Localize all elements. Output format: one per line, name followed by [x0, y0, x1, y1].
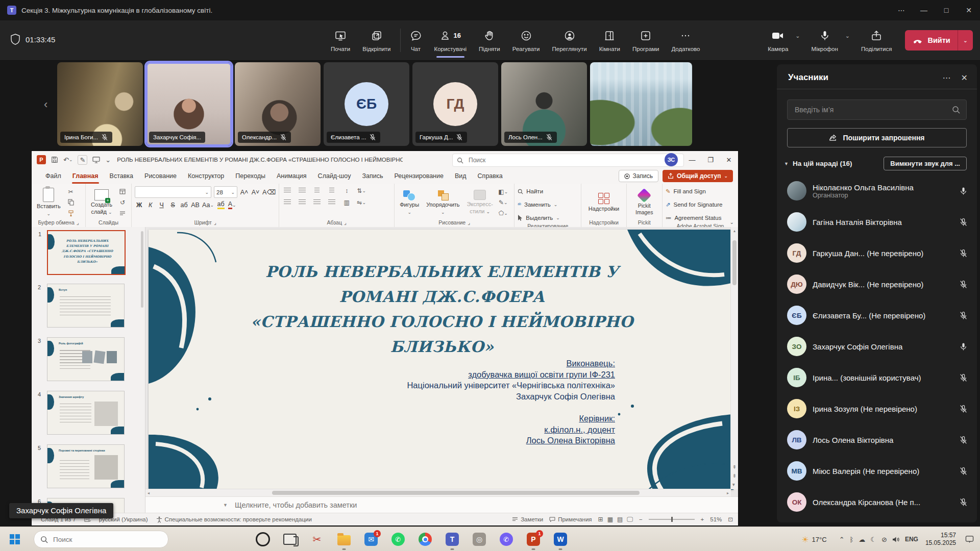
avatar-tile[interactable]: ГД Гаркуша Д...	[412, 62, 498, 146]
maximize-button[interactable]: □	[935, 6, 958, 14]
weather-widget[interactable]: ☀17°C	[801, 535, 826, 544]
copilot-icon[interactable]	[255, 532, 271, 547]
video-tile-camera-view[interactable]	[590, 62, 692, 146]
share-invite-button[interactable]: Поширити запрошення	[787, 128, 967, 147]
blocked-icon[interactable]: ⊘	[881, 536, 887, 543]
apps-button[interactable]: Програми	[626, 20, 665, 60]
char-spacing-icon[interactable]: АВ	[191, 200, 200, 210]
minimize-button[interactable]: —	[913, 6, 935, 14]
notes-collapse-icon[interactable]: ▼	[223, 503, 228, 508]
justify-icon[interactable]	[327, 198, 337, 207]
titlebar-more-button[interactable]: ⋯	[890, 6, 913, 14]
slide-canvas[interactable]: РОЛЬ НЕВЕРБАЛЬНИХ ЕЛЕМЕНТІВ У РОМАНІ ДЖ.…	[149, 230, 733, 490]
search-input[interactable]	[468, 156, 679, 164]
slide-title[interactable]: РОЛЬ НЕВЕРБАЛЬНИХ ЕЛЕМЕНТІВ У РОМАНІ ДЖ.…	[235, 259, 649, 359]
zoom-in-button[interactable]: +	[701, 516, 704, 522]
text-shadow-icon[interactable]: аб	[180, 200, 188, 210]
increase-indent-icon[interactable]	[327, 186, 337, 195]
dialog-launcher-icon[interactable]: ⌟	[344, 219, 347, 226]
undo-icon[interactable]: ↶⌄	[63, 156, 72, 164]
close-button[interactable]: ✕	[958, 6, 980, 14]
comments-toggle[interactable]: Примечания	[549, 516, 592, 522]
powerpoint-search[interactable]	[452, 154, 684, 167]
text-direction-icon[interactable]: ⇅⌄	[356, 186, 366, 195]
addins-button[interactable]: Надстройки	[589, 206, 619, 212]
strikethrough-button[interactable]: S	[168, 200, 177, 210]
microphone-button[interactable]: Мікрофон	[805, 29, 844, 52]
pp-minimize-button[interactable]: —	[683, 151, 701, 168]
camera-button[interactable]: Камера	[762, 29, 794, 52]
vertical-scrollbar[interactable]: ▴ ⇞⇟▾	[730, 227, 738, 489]
section-icon[interactable]	[117, 209, 128, 218]
shapes-button[interactable]: Фигуры⌄	[398, 186, 421, 218]
video-tile[interactable]: Ірина Боги...	[57, 62, 143, 146]
video-tile[interactable]: Олександр...	[235, 62, 321, 146]
notes-toggle[interactable]: Заметки	[512, 516, 543, 522]
share-button[interactable]: Поділитися	[855, 29, 898, 52]
taskbar-search[interactable]	[34, 531, 168, 548]
align-left-icon[interactable]	[282, 198, 292, 207]
mic-status-icon[interactable]	[959, 436, 968, 444]
participant-row[interactable]: МВ Міюс Валерія (Не перевірено)	[787, 459, 970, 483]
ribbon-tab[interactable]: Вставка	[104, 168, 139, 184]
italic-button[interactable]: К	[146, 200, 155, 210]
rooms-button[interactable]: Кімнати	[593, 20, 626, 60]
dialog-launcher-icon[interactable]: ⌟	[77, 219, 79, 226]
ribbon-tab[interactable]: Конструктор	[182, 168, 230, 184]
present-display-icon[interactable]	[92, 157, 100, 163]
find-button[interactable]: Найти	[518, 186, 578, 196]
ribbon-tab[interactable]: Вид	[449, 168, 472, 184]
panel-more-icon[interactable]: ⋯	[943, 73, 951, 83]
slideshow-button[interactable]: 🖵	[627, 516, 633, 523]
unpin-button[interactable]: Відкріпити	[356, 20, 397, 60]
mic-status-icon[interactable]	[959, 342, 968, 351]
reset-icon[interactable]: ↺	[117, 198, 128, 207]
zoom-slider[interactable]	[649, 519, 695, 520]
participant-row[interactable]: Гагіна Наталія Вікторівна	[787, 210, 970, 234]
language-indicator[interactable]: ENG	[905, 536, 918, 543]
night-light-icon[interactable]: ☾	[870, 536, 876, 543]
slide-sorter-view-button[interactable]: ▦	[607, 516, 613, 523]
view-button[interactable]: Переглянути	[546, 20, 593, 60]
shape-effects-icon[interactable]: ⬠⌄	[498, 209, 508, 218]
task-view-icon[interactable]	[282, 532, 298, 547]
chrome-icon[interactable]	[418, 532, 433, 547]
mic-status-icon[interactable]	[959, 249, 968, 258]
clear-format-icon[interactable]: А⌫	[262, 187, 276, 197]
fill-and-sign-button[interactable]: ✎Fill and Sign	[666, 186, 735, 196]
zoom-out-button[interactable]: −	[639, 516, 643, 522]
decrease-font-icon[interactable]: А˅	[251, 187, 260, 197]
ribbon-tab[interactable]: Слайд-шоу	[312, 168, 357, 184]
viber-icon[interactable]: ✆	[499, 532, 514, 547]
leave-options-chevron[interactable]: ⌄	[958, 37, 973, 44]
smartart-icon[interactable]: ⇋⌄	[356, 198, 366, 207]
start-share-button[interactable]: Почати	[325, 20, 356, 60]
participant-search-input[interactable]	[794, 105, 952, 114]
bluetooth-icon[interactable]: ᛒ	[850, 536, 854, 543]
bold-button[interactable]: Ж	[135, 200, 143, 210]
paste-button[interactable]: Вставить⌄	[35, 186, 63, 218]
increase-font-icon[interactable]: А˄	[240, 187, 249, 197]
slide-thumbnail-5[interactable]: 5 Порожні та переповнені сторінки	[47, 444, 125, 488]
layout-icon[interactable]	[117, 187, 128, 196]
next-slide-button[interactable]: ⇟	[732, 473, 737, 479]
share-access-button[interactable]: Общий доступ⌄	[663, 170, 733, 182]
mic-status-icon[interactable]	[959, 311, 968, 320]
font-size-select[interactable]: 28⌄	[214, 186, 237, 198]
replace-button[interactable]: ᵃᵇЗаменить⌄	[518, 199, 578, 210]
panel-close-icon[interactable]: ✕	[961, 73, 968, 83]
snipping-tool-icon[interactable]: ✂	[309, 532, 325, 547]
raise-hand-button[interactable]: Підняти	[473, 20, 506, 60]
participant-row[interactable]: ІБ Ірина... (зовнішній користувач)	[787, 365, 970, 390]
ribbon-tab[interactable]: Файл	[40, 168, 67, 184]
format-painter-icon[interactable]	[66, 209, 76, 218]
participant-row[interactable]: ГД Гаркуша Дан... (Не перевірено)	[787, 241, 970, 265]
align-center-icon[interactable]	[297, 198, 307, 207]
mic-status-icon[interactable]	[959, 280, 968, 289]
mic-status-icon[interactable]	[959, 467, 968, 475]
arrange-button[interactable]: Упорядочить⌄	[424, 186, 461, 218]
horizontal-scrollbar[interactable]: ◂ ▸	[145, 489, 731, 496]
previous-slide-button[interactable]: ⇞	[732, 464, 737, 470]
font-color-icon[interactable]: А⌄	[228, 200, 236, 210]
notifications-icon[interactable]	[965, 535, 974, 543]
